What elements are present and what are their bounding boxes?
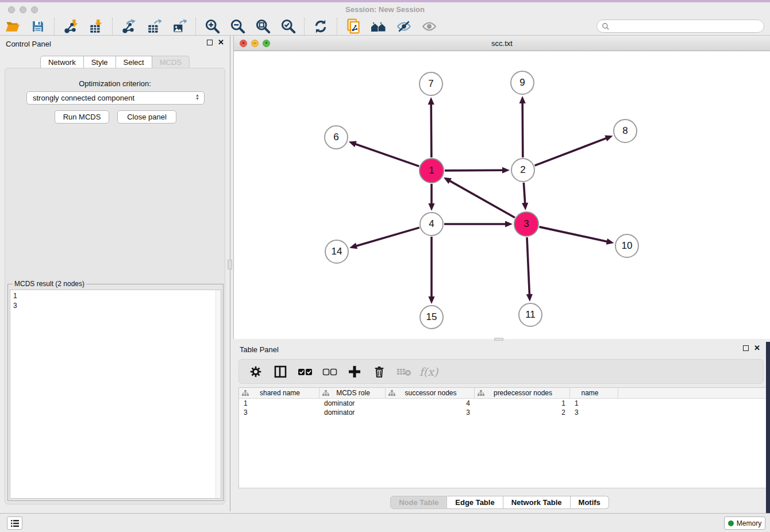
cell-name[interactable]: 1	[570, 399, 618, 408]
edge-1-7[interactable]	[431, 103, 432, 157]
refresh-icon[interactable]	[312, 18, 329, 34]
import-network-icon[interactable]	[62, 18, 79, 34]
arrowhead-4-14	[349, 243, 357, 249]
network-resize-handle[interactable]	[494, 338, 503, 341]
tab-network[interactable]: Network	[40, 56, 84, 69]
toolbar-separator	[195, 18, 196, 35]
cell-MCDS-role[interactable]: dominator	[319, 408, 386, 417]
column-header-predecessor-nodes[interactable]: predecessor nodes	[475, 388, 570, 398]
cell-shared-name[interactable]: 1	[239, 399, 319, 408]
node-6[interactable]: 6	[324, 125, 348, 149]
export-table-icon[interactable]	[145, 18, 163, 34]
edge-2-8[interactable]	[535, 138, 607, 165]
cell-MCDS-role[interactable]: dominator	[319, 399, 386, 408]
cell-predecessor-nodes[interactable]: 2	[475, 408, 570, 417]
edge-1-6[interactable]	[355, 144, 419, 166]
table-panel: Table Panel ✕	[233, 342, 766, 511]
hide-selected-icon[interactable]	[395, 18, 413, 34]
optimization-criterion-select[interactable]: strongly connected component ▲▼	[26, 91, 205, 105]
tab-select[interactable]: Select	[116, 56, 152, 69]
column-header-MCDS-role[interactable]: MCDS role	[319, 388, 386, 398]
node-3[interactable]: 3	[514, 211, 539, 237]
cell-shared-name[interactable]: 3	[239, 408, 319, 417]
node-11[interactable]: 11	[518, 303, 542, 327]
tab-node-table[interactable]: Node Table	[390, 496, 447, 509]
node-8[interactable]: 8	[613, 119, 637, 143]
result-scrollbar[interactable]	[215, 290, 221, 498]
node-9[interactable]: 9	[510, 71, 534, 95]
edge-2-3[interactable]	[523, 183, 525, 204]
delete-column-icon[interactable]	[372, 364, 387, 379]
arrowhead-1-4	[428, 203, 434, 211]
network-canvas[interactable]: 1234678910111415	[234, 51, 770, 339]
network-from-selection-icon[interactable]	[345, 18, 362, 34]
network-window-titlebar[interactable]: × − + scc.txt	[234, 36, 770, 51]
mcds-result-lines: 13	[13, 291, 218, 311]
column-header-name[interactable]: name	[570, 388, 618, 398]
arrowhead-2-8	[605, 136, 613, 141]
zoom-in-icon[interactable]	[203, 18, 221, 34]
search-box[interactable]	[596, 20, 764, 33]
edge-3-10[interactable]	[539, 227, 607, 242]
export-image-icon[interactable]	[171, 18, 188, 34]
column-header-shared-name[interactable]: shared name	[239, 388, 319, 398]
tab-style[interactable]: Style	[84, 56, 116, 69]
edge-1-2[interactable]	[445, 170, 503, 171]
titlebar: Session: New Session	[0, 2, 770, 17]
panel-splitter[interactable]	[230, 36, 230, 511]
cell-successor-nodes[interactable]: 3	[386, 408, 475, 417]
close-table-panel-icon[interactable]: ✕	[754, 345, 760, 351]
run-mcds-button[interactable]: Run MCDS	[55, 110, 109, 124]
task-history-button[interactable]	[7, 516, 22, 530]
settings-gear-icon[interactable]	[248, 364, 263, 379]
edge-3-1[interactable]	[449, 180, 514, 218]
node-4[interactable]: 4	[419, 212, 444, 236]
edge-3-11[interactable]	[527, 237, 529, 295]
node-14[interactable]: 14	[325, 240, 349, 264]
node-10[interactable]: 10	[615, 234, 639, 258]
close-panel-icon[interactable]: ✕	[218, 40, 224, 45]
add-column-icon[interactable]	[347, 364, 362, 379]
cell-predecessor-nodes[interactable]: 1	[475, 399, 570, 408]
table-row[interactable]: 1dominator411	[239, 399, 767, 408]
arrowhead-4-15	[428, 296, 434, 304]
memory-button[interactable]: Memory	[724, 516, 765, 530]
node-2[interactable]: 2	[511, 158, 535, 182]
tab-edge-table[interactable]: Edge Table	[447, 496, 503, 509]
first-neighbors-icon[interactable]	[370, 18, 387, 34]
float-table-panel-icon[interactable]	[743, 345, 749, 351]
select-all-checkboxes-icon[interactable]	[298, 364, 313, 379]
zoom-fit-icon[interactable]	[254, 18, 271, 34]
zoom-selected-icon[interactable]	[279, 18, 297, 34]
edge-2-9[interactable]	[522, 102, 523, 157]
node-1[interactable]: 1	[419, 158, 444, 183]
edge-4-14[interactable]	[356, 228, 419, 246]
open-file-icon[interactable]	[4, 18, 21, 34]
splitter-handle[interactable]	[228, 260, 232, 269]
table-toolbar: f(x)	[238, 359, 764, 384]
export-network-icon[interactable]	[120, 18, 137, 34]
mcds-result-text[interactable]: 13	[10, 290, 221, 499]
tab-mcds[interactable]: MCDS	[152, 56, 190, 69]
tab-network-table[interactable]: Network Table	[503, 496, 571, 509]
optimization-criterion-label: Optimization criterion:	[5, 79, 225, 88]
cell-successor-nodes[interactable]: 4	[386, 399, 475, 408]
save-session-icon[interactable]	[29, 18, 47, 34]
cell-name[interactable]: 3	[570, 408, 618, 417]
deselect-all-checkboxes-icon[interactable]	[322, 364, 337, 379]
node-15[interactable]: 15	[419, 305, 444, 329]
close-panel-button[interactable]: Close panel	[117, 110, 176, 124]
table-row[interactable]: 3dominator323	[239, 408, 767, 417]
node-table[interactable]: shared nameMCDS rolesuccessor nodesprede…	[238, 387, 767, 488]
arrowhead-2-3	[522, 203, 528, 210]
toolbar-separator	[54, 18, 55, 35]
tab-motifs[interactable]: Motifs	[571, 496, 609, 509]
network-window-title: scc.txt	[234, 39, 770, 48]
search-input[interactable]	[613, 22, 764, 30]
column-header-successor-nodes[interactable]: successor nodes	[386, 388, 475, 398]
column-layout-icon[interactable]	[273, 364, 288, 379]
zoom-out-icon[interactable]	[229, 18, 246, 34]
import-table-icon[interactable]	[87, 18, 105, 34]
node-7[interactable]: 7	[419, 72, 443, 96]
float-panel-icon[interactable]	[207, 40, 213, 45]
